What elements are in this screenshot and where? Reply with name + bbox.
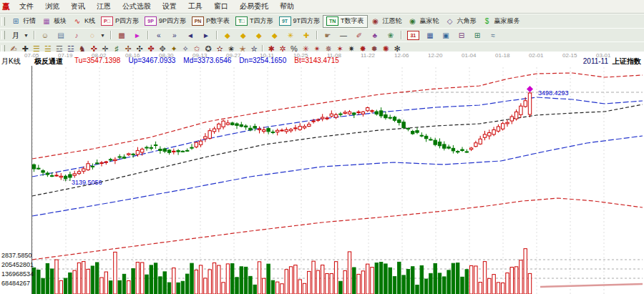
winner-wheel-icon: ◉ — [408, 16, 418, 26]
hexagon-icon: ◇ — [445, 16, 455, 26]
gann-arrow-down-icon[interactable]: ◆ — [267, 29, 283, 41]
last-bar-icon[interactable]: » — [167, 29, 182, 41]
app-window: 赢 文件浏览资讯江恩公式选股设置工具窗口必易委托帮助 ⊞行情▦板块∿K线P□P四… — [0, 0, 644, 294]
pen-tool-icon[interactable]: ✐ — [351, 29, 367, 41]
svg-text:3139.5056: 3139.5056 — [72, 179, 102, 186]
toolbar-separator — [401, 31, 402, 39]
pattern-tool-icon-icon: ❀ — [386, 31, 396, 40]
hexagon-label: 六角形 — [457, 16, 477, 26]
bell-tool-icon-icon: ♣ — [370, 31, 380, 40]
menu-browse[interactable]: 浏览 — [39, 1, 65, 11]
menu-help[interactable]: 帮助 — [274, 1, 300, 11]
period-month-selector[interactable]: 月▼ — [8, 29, 31, 41]
menu-tools[interactable]: 工具 — [182, 1, 208, 11]
prev-bar-icon[interactable]: ◄ — [182, 29, 198, 41]
color-kline-icon-icon: ► — [132, 31, 142, 40]
footprint-icon-icon: ♪ — [72, 31, 82, 40]
indicator-value-up: Up=3467.0933 — [128, 57, 175, 64]
gann-wheel-label: 江恩轮 — [383, 16, 402, 26]
annotation-layer: 3139.50563498.4293 — [63, 86, 643, 287]
calculator-icon[interactable]: ▦ — [422, 29, 438, 41]
quote-monitor-icon[interactable]: ▣ — [438, 29, 454, 41]
gann-grid-icon[interactable]: ▩ — [114, 29, 130, 41]
pattern-tool-icon[interactable]: ❀ — [383, 29, 399, 41]
dropdown-arrow-icon[interactable]: ▼ — [100, 33, 105, 38]
chart-canvas[interactable]: 3139.50563498.42932837.58502054528011369… — [0, 52, 644, 294]
ring-tool-icon-icon: ◌ — [87, 31, 97, 40]
footprint-icon[interactable]: ♪ — [69, 29, 84, 41]
p-square-button[interactable]: P□P四方形 — [98, 16, 142, 27]
t-square-label: T四方形 — [250, 16, 273, 26]
gann-cross-icon[interactable]: ✚ — [298, 29, 314, 41]
data-export-icon-icon: ⊞ — [472, 31, 482, 40]
gann-burst-icon[interactable]: ✳ — [283, 29, 298, 41]
nav-toolbar: 月▼☺▤♪◌▼▩►«»◄►◆◆◆◆✳✚☛―✐♣❀31▦▣⊟⊞≈ — [0, 28, 644, 42]
gann-grid-icon-icon: ▩ — [117, 31, 127, 40]
chart-area: 07-0507-1908-0208-1608-3009-1309-2710-11… — [0, 52, 644, 294]
toolbar-separator — [110, 31, 112, 39]
t-square-button[interactable]: T□T四方形 — [233, 16, 276, 27]
winner-service-label: 赢家服务 — [494, 16, 520, 26]
app-logo: 赢 — [0, 1, 14, 12]
grid-layer — [32, 66, 643, 294]
svg-text:3498.4293: 3498.4293 — [538, 89, 569, 97]
first-bar-icon[interactable]: « — [151, 29, 167, 41]
pane-period-label: 月K线 — [1, 57, 21, 67]
ring-tool-icon[interactable]: ◌▼ — [84, 29, 108, 41]
gann-wheel-button[interactable]: ◉江恩轮 — [368, 16, 405, 27]
gann-arrow-up-icon[interactable]: ◆ — [251, 29, 267, 41]
calendar-icon[interactable]: 31 — [404, 29, 422, 41]
gann-arrow-left-icon[interactable]: ◆ — [220, 29, 235, 41]
toolbar-separator — [147, 31, 149, 39]
9t-square-button[interactable]: 9T9T四方形 — [276, 16, 323, 27]
toolbar-grip — [1, 17, 5, 26]
data-export-icon[interactable]: ⊞ — [469, 29, 485, 41]
indicator-value-tu: Tu=3547.1398 — [74, 57, 120, 64]
t-number-table-label: T数字表 — [341, 16, 364, 26]
symbol-name: 上证指数 — [613, 57, 641, 65]
quotes-icon: ⊞ — [11, 16, 21, 26]
calendar-icon-icon: 31 — [407, 31, 419, 40]
calculator-icon-icon: ▦ — [425, 31, 435, 40]
hand-tool-icon[interactable]: ☛ — [320, 29, 336, 41]
gann-arrow-right-icon-icon: ◆ — [238, 31, 248, 40]
color-kline-icon[interactable]: ► — [130, 29, 145, 41]
t-square-icon: T□ — [235, 16, 248, 26]
winner-service-button[interactable]: $赢家服务 — [479, 16, 523, 27]
kline-icon: ∿ — [72, 16, 82, 26]
9t-square-icon: 9T — [279, 16, 291, 26]
sync-icon[interactable]: ≈ — [485, 29, 501, 41]
9p-square-button[interactable]: 9P9P四方形 — [142, 16, 189, 27]
hexagon-button[interactable]: ◇六角形 — [442, 16, 479, 27]
p-number-table-button[interactable]: PNP数字表 — [189, 16, 233, 27]
p-number-table-icon: PN — [192, 16, 204, 26]
kline-label: K线 — [84, 16, 95, 26]
svg-text:136968534: 136968534 — [1, 270, 34, 278]
save-icon-icon: ⊟ — [457, 31, 467, 40]
zodiac-icon[interactable]: ☺ — [37, 29, 53, 41]
winner-wheel-button[interactable]: ◉赢家轮 — [405, 16, 442, 27]
menu-trade-entrust[interactable]: 必易委托 — [234, 1, 274, 11]
menu-formula-stock-pick[interactable]: 公式选股 — [117, 1, 157, 11]
dropdown-arrow-icon[interactable]: ▼ — [24, 33, 29, 38]
indicator-value-bt: Bt=3143.4715 — [294, 57, 339, 64]
memo-icon[interactable]: ▤ — [53, 29, 69, 41]
menu-settings[interactable]: 设置 — [157, 1, 182, 11]
next-bar-icon[interactable]: ► — [198, 29, 214, 41]
memo-icon-icon: ▤ — [56, 31, 66, 40]
line-tool-icon[interactable]: ― — [336, 29, 351, 41]
p-square-icon: P□ — [101, 16, 113, 26]
sectors-button[interactable]: ▦板块 — [39, 16, 69, 27]
t-number-table-button[interactable]: TNT数字表 — [323, 15, 368, 28]
save-icon[interactable]: ⊟ — [454, 29, 469, 41]
menu-file[interactable]: 文件 — [14, 1, 39, 11]
menu-news[interactable]: 资讯 — [65, 1, 91, 11]
bell-tool-icon[interactable]: ♣ — [367, 29, 383, 41]
kline-button[interactable]: ∿K线 — [69, 16, 98, 27]
menu-window[interactable]: 窗口 — [208, 1, 234, 11]
toolbar-grip — [1, 31, 5, 39]
gann-arrow-right-icon[interactable]: ◆ — [235, 29, 251, 41]
quotes-button[interactable]: ⊞行情 — [8, 16, 39, 27]
menu-gann[interactable]: 江恩 — [91, 1, 117, 11]
indicator-name[interactable]: 极反通道 — [34, 57, 63, 67]
